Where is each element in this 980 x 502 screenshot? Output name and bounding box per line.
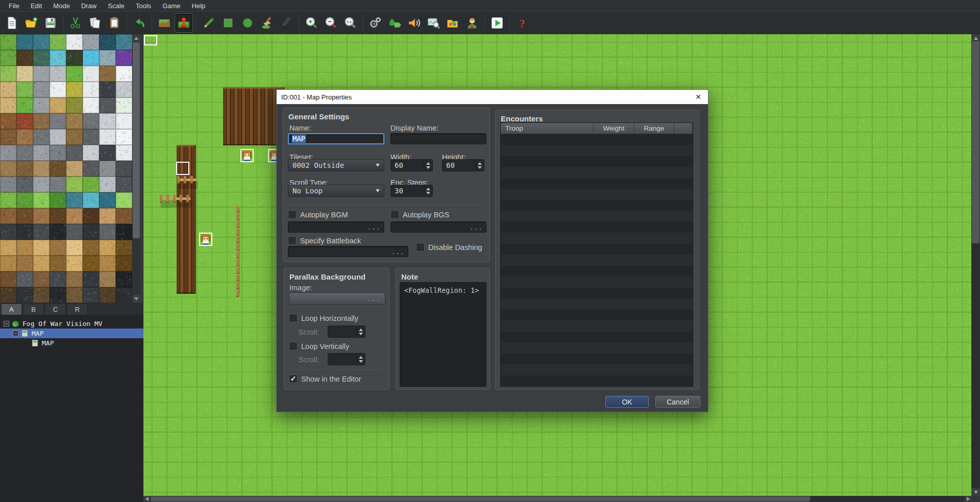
show-in-editor-checkbox[interactable]: ✓ [289,374,298,383]
spinner-arrows-icon[interactable] [475,160,484,171]
menu-game[interactable]: Game [157,1,186,11]
ok-button[interactable]: OK [605,396,649,408]
bgs-file-field[interactable]: ... [390,221,486,233]
palette-tab-c[interactable]: C [45,304,66,315]
width-spinner[interactable]: 60 [390,159,433,171]
browse-icon[interactable]: ... [368,295,381,303]
battleback-field[interactable]: ... [288,246,408,257]
name-input[interactable]: MAP [288,133,384,144]
browse-icon[interactable]: ... [391,248,405,256]
sound-test-button[interactable] [405,13,423,33]
scroll-v-spinner[interactable] [328,353,365,365]
palette-scrollbar[interactable] [132,34,140,303]
scroll-type-dropdown[interactable]: No Loop [288,185,384,197]
spinner-arrows-icon[interactable] [424,160,432,171]
zoom-in-button[interactable] [302,13,321,33]
enc-steps-spinner[interactable]: 30 [390,185,433,197]
scroll-down-icon[interactable] [971,488,980,496]
browse-icon[interactable]: ... [470,223,483,231]
new-project-button[interactable] [3,13,21,33]
save-project-button[interactable] [41,13,60,33]
map-vertical-scrollbar[interactable] [971,34,980,496]
tree-item-fog-of-war-vision-mv[interactable]: −Fog Of War Vision MV [0,319,143,329]
spinner-arrows-icon[interactable] [356,354,365,365]
palette-tab-r[interactable]: R [67,304,88,315]
spinner-arrows-icon[interactable] [424,185,432,196]
toolbar-separator [299,15,299,31]
display-name-input[interactable] [390,133,486,144]
collapse-icon[interactable]: − [4,321,9,327]
column-header-range[interactable]: Range [634,123,674,134]
bgm-file-field[interactable]: ... [288,221,384,233]
map-hscroll-thumb[interactable] [151,496,810,501]
autoplay-bgm-checkbox[interactable] [288,210,297,219]
actual-scale-button[interactable]: 1:1 [341,13,359,33]
tree-item-map[interactable]: −MAP [0,329,143,338]
resource-manager-button[interactable] [444,13,462,33]
scroll-down-icon[interactable] [132,295,140,303]
menu-help[interactable]: Help [186,1,211,11]
tree-item-map[interactable]: MAP [0,338,143,348]
map-vscroll-thumb[interactable] [972,41,979,243]
shadow-pen-tool-button[interactable] [277,13,296,33]
character-generator-icon [465,16,479,30]
pencil-tool-button[interactable] [200,13,218,33]
help-button[interactable]: ? [513,13,531,33]
ellipse-tool-button[interactable] [238,13,257,33]
plugin-manager-button[interactable] [385,13,404,33]
event-searcher-button[interactable] [424,13,443,33]
palette-scrollbar-thumb[interactable] [133,42,140,238]
scroll-up-icon[interactable] [132,34,140,42]
scroll-left-icon[interactable] [143,496,150,502]
group-title: Parallax Background [289,272,365,281]
tileset-palette[interactable] [0,34,132,303]
menu-edit[interactable]: Edit [25,1,47,11]
map-mode-button[interactable] [155,13,174,33]
palette-tab-a[interactable]: A [1,304,22,315]
cancel-button[interactable]: Cancel [655,396,700,408]
disable-dashing-checkbox[interactable] [416,243,425,252]
spinner-arrows-icon[interactable] [356,326,365,337]
flood-fill-tool-button[interactable] [258,13,276,33]
palette-tab-b[interactable]: B [23,304,44,315]
menu-tools[interactable]: Tools [130,1,157,11]
autoplay-bgs-checkbox[interactable] [390,210,399,219]
browse-icon[interactable]: ... [368,223,381,231]
scroll-up-icon[interactable] [971,34,980,42]
open-project-button[interactable] [22,13,40,33]
encounters-table[interactable]: Troop Weight Range [500,122,693,387]
scroll-right-icon[interactable] [965,496,971,502]
character-generator-button[interactable] [463,13,481,33]
scroll-h-spinner[interactable] [328,325,365,338]
close-icon[interactable]: ✕ [693,93,703,101]
rpg-maker-mv-window: FileEditModeDrawScaleToolsGameHelp 1:1? … [0,0,980,502]
menu-scale[interactable]: Scale [102,1,130,11]
note-textarea[interactable]: <FogWallRegion: 1> [400,282,486,387]
specify-battleback-checkbox[interactable] [288,236,297,245]
menu-draw[interactable]: Draw [76,1,102,11]
copy-button[interactable] [86,13,104,33]
collapse-icon[interactable]: − [13,331,18,336]
encounter-empty-row [501,364,693,375]
menu-mode[interactable]: Mode [47,1,76,11]
column-header-troop[interactable]: Troop [501,123,594,134]
database-button[interactable] [366,13,384,33]
rectangle-tool-button[interactable] [219,13,237,33]
tileset-dropdown[interactable]: 0002 Outside [288,159,384,171]
zoom-out-button[interactable] [322,13,340,33]
undo-button[interactable] [130,13,149,33]
dialog-title-bar[interactable]: ID:001 - Map Properties ✕ [277,90,708,104]
loop-horizontally-checkbox[interactable] [289,314,298,322]
cut-button[interactable] [66,13,85,33]
menu-file[interactable]: File [3,1,25,11]
height-spinner[interactable]: 60 [442,159,484,171]
playtest-button[interactable] [488,13,506,33]
event-mode-button[interactable] [175,13,193,33]
column-header-weight[interactable]: Weight [594,123,634,134]
parallax-image-field[interactable]: ... [289,292,385,305]
dialog-title: ID:001 - Map Properties [281,93,352,101]
loop-vertically-checkbox[interactable] [289,342,298,350]
map-horizontal-scrollbar[interactable] [143,496,971,502]
encounters-group: Encounters Troop Weight Range [495,110,699,390]
paste-button[interactable] [105,13,124,33]
